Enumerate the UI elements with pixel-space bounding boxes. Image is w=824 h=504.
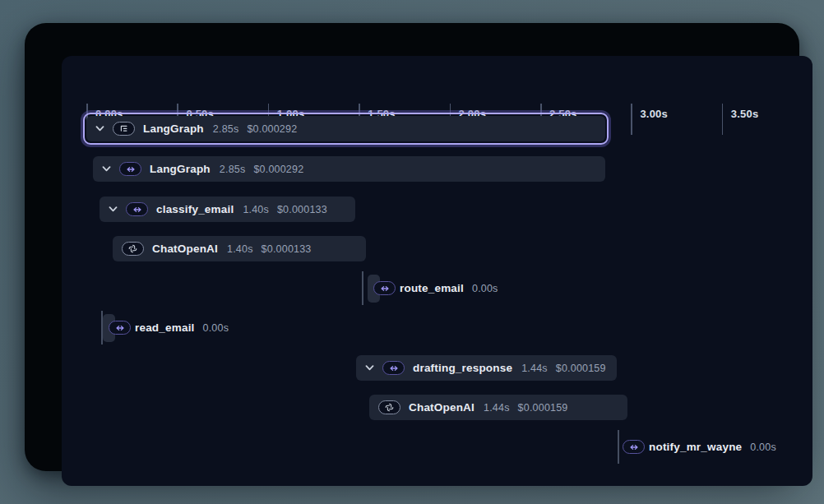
- run-duration: 2.85s: [220, 164, 246, 175]
- llm-icon: [122, 242, 144, 256]
- waterfall-pane: 0.00s0.50s1.00s1.50s2.00s2.50s3.00s3.50s…: [62, 56, 812, 486]
- chain-icon: [126, 202, 148, 216]
- run-cost: $0.000292: [247, 123, 297, 135]
- trace-row-notify-mr-wayne[interactable]: notify_mr_wayne0.00s: [62, 434, 812, 460]
- run-name: ChatOpenAI: [409, 401, 474, 414]
- trace-row-langgraph[interactable]: LangGraph2.85s$0.000292: [93, 156, 605, 182]
- chevron-down-icon[interactable]: [102, 166, 111, 172]
- trace-row-chatopenai[interactable]: ChatOpenAI1.44s$0.000159: [369, 395, 627, 420]
- run-duration: 1.44s: [521, 363, 548, 374]
- axis-tick: [722, 104, 724, 135]
- axis-tick-label: 3.50s: [731, 108, 759, 120]
- run-cost: $0.000159: [518, 402, 568, 414]
- run-name: notify_mr_wayne: [649, 441, 742, 453]
- trace-row-chatopenai[interactable]: ChatOpenAI1.40s$0.000133: [113, 236, 366, 261]
- chain-icon: [382, 361, 405, 375]
- chevron-down-icon[interactable]: [109, 206, 118, 212]
- run-duration: 2.85s: [213, 123, 239, 135]
- app-window: 0.00s0.50s1.00s1.50s2.00s2.50s3.00s3.50s…: [25, 23, 799, 471]
- chevron-down-icon[interactable]: [365, 365, 374, 371]
- chain-icon: [109, 321, 131, 335]
- run-cost: $0.000133: [262, 243, 312, 255]
- run-name: ChatOpenAI: [152, 243, 218, 255]
- llm-icon: [378, 400, 400, 414]
- run-duration: 1.40s: [227, 243, 253, 255]
- trace-row-classify-email[interactable]: classify_email1.40s$0.000133: [100, 197, 355, 222]
- trace-row-drafting-response[interactable]: drafting_response1.44s$0.000159: [356, 355, 617, 381]
- run-label: route_email0.00s: [400, 275, 498, 301]
- run-duration: 0.00s: [203, 322, 229, 334]
- axis-tick-label: 3.00s: [640, 108, 668, 120]
- run-cost: $0.000133: [277, 204, 327, 215]
- run-name: route_email: [400, 282, 464, 294]
- run-label: read_email0.00s: [135, 315, 229, 340]
- trace-viewer: 0.00s0.50s1.00s1.50s2.00s2.50s3.00s3.50s…: [0, 0, 824, 504]
- chain-icon: [373, 281, 396, 295]
- run-name: drafting_response: [413, 362, 512, 374]
- run-cost: $0.000159: [556, 363, 606, 374]
- time-marker-line: [618, 430, 619, 464]
- run-name: LangGraph: [150, 163, 211, 175]
- run-duration: 0.00s: [750, 442, 776, 453]
- run-label: notify_mr_wayne0.00s: [649, 434, 776, 460]
- chain-icon: [623, 440, 645, 454]
- run-duration: 1.40s: [243, 204, 269, 215]
- run-name: LangGraph: [143, 123, 204, 135]
- trace-row-read-email[interactable]: read_email0.00s: [62, 315, 812, 340]
- trace-row-langgraph-selected[interactable]: LangGraph2.85s$0.000292: [83, 113, 609, 145]
- trace-row-route-email[interactable]: route_email0.00s: [62, 275, 812, 301]
- trace-tree-icon: [113, 122, 135, 136]
- chevron-down-icon[interactable]: [95, 126, 104, 132]
- run-duration: 0.00s: [472, 283, 498, 294]
- run-cost: $0.000292: [253, 164, 303, 175]
- run-name: classify_email: [156, 203, 234, 215]
- trace-row-langgraph[interactable]: LangGraph2.85s$0.000292: [86, 116, 605, 141]
- axis-tick: [631, 104, 632, 135]
- run-name: read_email: [135, 321, 195, 334]
- time-marker-line: [362, 271, 363, 305]
- run-duration: 1.44s: [484, 402, 510, 414]
- chain-icon: [119, 162, 141, 176]
